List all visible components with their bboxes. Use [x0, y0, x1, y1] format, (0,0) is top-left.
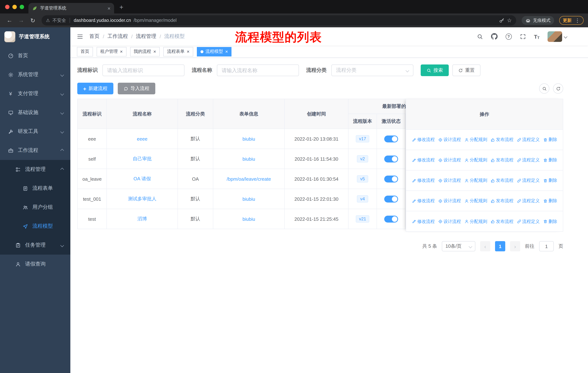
sidebar-item-payment[interactable]: ¥ 支付管理	[0, 84, 70, 103]
form-info-link[interactable]: biubiu	[242, 216, 255, 222]
op-edit-link[interactable]: 修改流程	[412, 177, 435, 184]
browser-update-button[interactable]: 更新 ⋮	[559, 16, 584, 25]
window-close-button[interactable]	[5, 5, 10, 9]
active-toggle[interactable]	[384, 195, 398, 202]
font-size-icon[interactable]: TT	[534, 33, 539, 40]
active-toggle[interactable]	[384, 155, 398, 162]
active-toggle[interactable]	[384, 215, 398, 222]
op-edit-link[interactable]: 修改流程	[412, 157, 435, 163]
op-definition-link[interactable]: 流程定义	[517, 218, 540, 225]
user-avatar[interactable]	[547, 31, 562, 42]
process-name-link[interactable]: 自己审批	[133, 156, 152, 161]
sidebar-item-leave-query[interactable]: 请假查询	[0, 255, 70, 273]
active-toggle[interactable]	[384, 135, 398, 142]
sidebar-item-process-model[interactable]: 流程模型	[0, 217, 70, 236]
sidebar-item-system[interactable]: 系统管理	[0, 65, 70, 84]
page-size-select[interactable]: 10条/页	[442, 241, 475, 251]
op-publish-link[interactable]: 发布流程	[491, 157, 514, 163]
search-button[interactable]: 搜索	[421, 64, 449, 76]
sidebar-item-task-management[interactable]: 任务管理	[0, 236, 70, 255]
process-name-input[interactable]	[217, 64, 299, 76]
op-publish-link[interactable]: 发布流程	[491, 198, 514, 204]
op-edit-link[interactable]: 修改流程	[412, 218, 435, 225]
op-design-link[interactable]: 设计流程	[438, 137, 461, 143]
form-info-link[interactable]: /bpm/oa/leave/create	[227, 176, 271, 181]
process-id-input[interactable]	[102, 64, 184, 76]
tab-close-icon[interactable]: ×	[107, 5, 110, 11]
search-icon[interactable]	[477, 33, 483, 40]
process-name-link[interactable]: 测试多审批人	[128, 196, 156, 202]
sidebar-item-workflow[interactable]: 工作流程	[0, 141, 70, 160]
op-definition-link[interactable]: 流程定义	[517, 198, 540, 204]
category-select[interactable]: 流程分类	[331, 64, 413, 76]
prev-page-button[interactable]: ‹	[480, 241, 490, 251]
password-key-icon[interactable]	[499, 18, 504, 23]
op-design-link[interactable]: 设计流程	[438, 218, 461, 225]
op-edit-link[interactable]: 修改流程	[412, 137, 435, 143]
create-process-button[interactable]: + 新建流程	[77, 83, 113, 94]
op-assign-rule-link[interactable]: 分配规则	[464, 198, 487, 204]
breadcrumb-item[interactable]: 流程管理	[136, 33, 156, 40]
op-delete-link[interactable]: 删除	[543, 157, 557, 163]
op-delete-link[interactable]: 删除	[543, 177, 557, 184]
bookmark-star-icon[interactable]: ☆	[507, 17, 512, 24]
op-assign-rule-link[interactable]: 分配规则	[464, 157, 487, 163]
op-delete-link[interactable]: 删除	[543, 137, 557, 143]
op-design-link[interactable]: 设计流程	[438, 177, 461, 184]
form-info-link[interactable]: biubiu	[242, 196, 255, 202]
toggle-search-button[interactable]	[539, 83, 549, 94]
back-button[interactable]: ←	[4, 15, 15, 26]
reload-button[interactable]: ↻	[28, 15, 38, 26]
refresh-table-button[interactable]	[553, 83, 563, 94]
window-zoom-button[interactable]	[20, 5, 24, 9]
op-publish-link[interactable]: 发布流程	[491, 218, 514, 225]
op-publish-link[interactable]: 发布流程	[491, 137, 514, 143]
op-definition-link[interactable]: 流程定义	[517, 157, 540, 163]
goto-page-input[interactable]	[539, 241, 554, 251]
sidebar-item-user-group[interactable]: 用户分组	[0, 198, 70, 217]
tag-process-model[interactable]: 流程模型 ×	[197, 47, 232, 56]
op-definition-link[interactable]: 流程定义	[517, 137, 540, 143]
op-definition-link[interactable]: 流程定义	[517, 177, 540, 184]
user-menu[interactable]	[547, 31, 567, 42]
table-scroll-region[interactable]: 流程标识 流程名称 流程分类 表单信息 创建时间 最新部署的流程 流程版本 激活	[77, 99, 406, 232]
current-page-button[interactable]: 1	[495, 241, 505, 251]
form-info-link[interactable]: biubiu	[242, 136, 255, 141]
github-icon[interactable]	[491, 33, 497, 40]
breadcrumb-item[interactable]: 工作流程	[107, 33, 128, 40]
op-design-link[interactable]: 设计流程	[438, 198, 461, 204]
sidebar-item-process-form[interactable]: 流程表单	[0, 179, 70, 198]
op-assign-rule-link[interactable]: 分配规则	[464, 177, 487, 184]
tag-my-process[interactable]: 我的流程 ×	[130, 47, 160, 56]
tag-close-icon[interactable]: ×	[187, 49, 189, 54]
tag-home[interactable]: 首页	[77, 47, 93, 56]
op-publish-link[interactable]: 发布流程	[491, 177, 514, 184]
process-name-link[interactable]: eeee	[137, 136, 147, 141]
help-icon[interactable]: ?	[505, 33, 512, 40]
op-design-link[interactable]: 设计流程	[438, 157, 461, 163]
sidebar-item-home[interactable]: 首页	[0, 46, 70, 65]
breadcrumb-item[interactable]: 首页	[89, 33, 100, 40]
process-name-link[interactable]: OA 请假	[133, 176, 151, 181]
tag-close-icon[interactable]: ×	[153, 49, 156, 54]
tag-process-form[interactable]: 流程表单 ×	[163, 47, 193, 56]
hamburger-icon[interactable]	[70, 27, 89, 46]
tag-close-icon[interactable]: ×	[225, 49, 228, 54]
op-assign-rule-link[interactable]: 分配规则	[464, 137, 487, 143]
reset-button[interactable]: 重置	[452, 64, 481, 76]
next-page-button[interactable]: ›	[510, 241, 520, 251]
security-label[interactable]: 不安全	[52, 17, 66, 23]
active-toggle[interactable]	[384, 175, 398, 182]
tag-close-icon[interactable]: ×	[120, 49, 123, 54]
process-name-link[interactable]: 滔博	[137, 216, 147, 222]
op-delete-link[interactable]: 删除	[543, 218, 557, 225]
op-edit-link[interactable]: 修改流程	[412, 198, 435, 204]
menu-kebab-icon[interactable]: ⋮	[575, 18, 580, 23]
tag-tenant[interactable]: 租户管理 ×	[97, 47, 126, 56]
address-bar[interactable]: ⚠ 不安全 dashboard.yudao.iocoder.cn/bpm/man…	[42, 15, 516, 26]
forward-button[interactable]: →	[16, 15, 26, 26]
form-info-link[interactable]: biubiu	[242, 156, 255, 161]
op-assign-rule-link[interactable]: 分配规则	[464, 218, 487, 225]
import-process-button[interactable]: 导入流程	[118, 83, 155, 94]
sidebar-item-process-management[interactable]: 流程管理	[0, 160, 70, 179]
